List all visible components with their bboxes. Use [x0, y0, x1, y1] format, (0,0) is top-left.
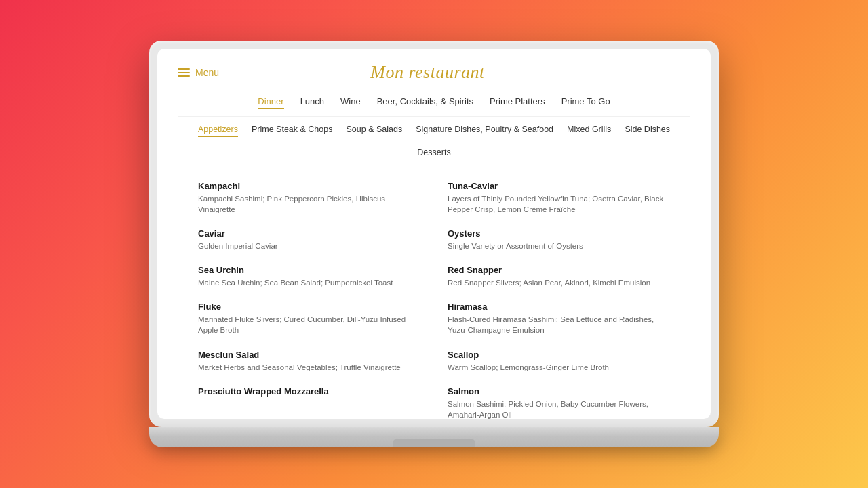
list-item: Hiramasa Flash-Cured Hiramasa Sashimi; S…: [448, 295, 670, 342]
item-desc: Warm Scallop; Lemongrass-Ginger Lime Bro…: [448, 362, 670, 373]
item-name: Sea Urchin: [198, 265, 420, 275]
item-desc: Single Variety or Assortment of Oysters: [448, 241, 670, 251]
item-name: Oysters: [448, 228, 670, 239]
item-name: Salmon: [448, 386, 670, 396]
list-item: Oysters Single Variety or Assortment of …: [448, 222, 670, 258]
restaurant-title: Mon restaurant: [370, 62, 485, 83]
list-item: Prosciutto Wrapped Mozzarella: [198, 380, 420, 405]
list-item: Red Snapper Red Snapper Slivers; Asian P…: [448, 258, 670, 295]
hamburger-icon: [178, 68, 190, 77]
nav-prime-platters[interactable]: Prime Platters: [490, 96, 545, 109]
header-row: Menu Mon restaurant: [178, 62, 690, 89]
item-desc: Layers of Thinly Pounded Yellowfin Tuna;…: [448, 193, 670, 215]
list-item: Sea Urchin Maine Sea Urchin; Sea Bean Sa…: [198, 258, 420, 295]
laptop-base: [149, 427, 719, 447]
item-desc: Kampachi Sashimi; Pink Peppercorn Pickle…: [198, 193, 420, 215]
main-nav: Dinner Lunch Wine Beer, Cocktails, & Spi…: [178, 89, 690, 117]
menu-label: Menu: [195, 67, 219, 78]
item-desc: Maine Sea Urchin; Sea Bean Salad; Pumper…: [198, 277, 420, 288]
nav-dinner[interactable]: Dinner: [258, 96, 283, 109]
sub-nav: Appetizers Prime Steak & Chops Soup & Sa…: [178, 117, 690, 163]
item-name: Prosciutto Wrapped Mozzarella: [198, 386, 420, 396]
nav-wine[interactable]: Wine: [340, 96, 361, 109]
menu-grid: Kampachi Kampachi Sashimi; Pink Pepperco…: [198, 163, 670, 419]
item-desc: Red Snapper Slivers; Asian Pear, Akinori…: [448, 277, 670, 288]
item-desc: Marinated Fluke Slivers; Cured Cucumber,…: [198, 314, 420, 336]
menu-toggle[interactable]: Menu: [178, 67, 219, 78]
subnav-side-dishes[interactable]: Side Dishes: [625, 125, 670, 137]
screen-inner: Menu Mon restaurant Dinner Lunch Wine Be…: [157, 49, 711, 419]
nav-prime-to-go[interactable]: Prime To Go: [561, 96, 610, 109]
laptop-wrapper: Menu Mon restaurant Dinner Lunch Wine Be…: [149, 41, 719, 447]
item-name: Red Snapper: [448, 265, 670, 275]
content-area: Kampachi Kampachi Sashimi; Pink Pepperco…: [178, 163, 690, 419]
subnav-mixed-grills[interactable]: Mixed Grills: [567, 125, 611, 137]
item-desc: Flash-Cured Hiramasa Sashimi; Sea Lettuc…: [448, 314, 670, 336]
item-desc: Golden Imperial Caviar: [198, 241, 420, 251]
nav-lunch[interactable]: Lunch: [300, 96, 324, 109]
item-desc: Market Herbs and Seasonal Vegetables; Tr…: [198, 362, 420, 373]
list-item: Caviar Golden Imperial Caviar: [198, 222, 420, 258]
list-item: Fluke Marinated Fluke Slivers; Cured Cuc…: [198, 295, 420, 342]
list-item: Scallop Warm Scallop; Lemongrass-Ginger …: [448, 343, 670, 380]
list-item: Mesclun Salad Market Herbs and Seasonal …: [198, 343, 420, 380]
laptop-screen: Menu Mon restaurant Dinner Lunch Wine Be…: [149, 41, 719, 427]
subnav-prime-steak[interactable]: Prime Steak & Chops: [252, 125, 333, 137]
list-item: Kampachi Kampachi Sashimi; Pink Pepperco…: [198, 174, 420, 222]
menu-col-right: Tuna-Caviar Layers of Thinly Pounded Yel…: [448, 174, 670, 419]
subnav-signature-dishes[interactable]: Signature Dishes, Poultry & Seafood: [416, 125, 553, 137]
item-name: Mesclun Salad: [198, 350, 420, 360]
page: Menu Mon restaurant Dinner Lunch Wine Be…: [157, 49, 711, 419]
laptop-notch: [393, 439, 475, 447]
list-item: Tuna-Caviar Layers of Thinly Pounded Yel…: [448, 174, 670, 222]
item-name: Caviar: [198, 228, 420, 239]
subnav-appetizers[interactable]: Appetizers: [198, 125, 238, 137]
list-item: Salmon Salmon Sashimi; Pickled Onion, Ba…: [448, 380, 670, 419]
subnav-soup-salads[interactable]: Soup & Salads: [346, 125, 402, 137]
item-name: Scallop: [448, 350, 670, 360]
item-name: Fluke: [198, 302, 420, 312]
item-name: Kampachi: [198, 181, 420, 191]
menu-col-left: Kampachi Kampachi Sashimi; Pink Pepperco…: [198, 174, 420, 419]
nav-beer[interactable]: Beer, Cocktails, & Spirits: [377, 96, 473, 109]
subnav-desserts[interactable]: Desserts: [417, 148, 450, 157]
item-name: Tuna-Caviar: [448, 181, 670, 191]
item-desc: Salmon Sashimi; Pickled Onion, Baby Cucu…: [448, 399, 670, 419]
item-name: Hiramasa: [448, 302, 670, 312]
